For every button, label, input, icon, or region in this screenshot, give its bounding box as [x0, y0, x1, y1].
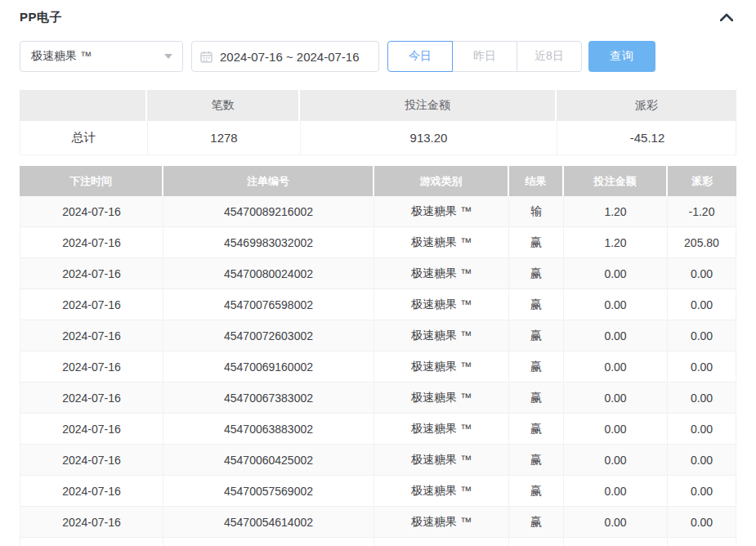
- game-type-cell: 极速糖果 ™: [374, 289, 509, 320]
- quick-range-group: 今日 昨日 近8日: [387, 41, 582, 72]
- bet-amount-cell: 0.00: [564, 320, 668, 351]
- bet-amount-cell: 0.00: [564, 414, 668, 444]
- result-cell: 赢: [509, 414, 564, 444]
- empty-cell: [374, 538, 509, 546]
- payout-cell: 205.80: [668, 227, 736, 257]
- bet-amount-cell: 1.20: [564, 227, 668, 257]
- summary-header-count: 笔数: [147, 90, 300, 121]
- game-type-cell: 极速糖果 ™: [374, 258, 509, 289]
- summary-bet-count: 1278: [148, 121, 301, 154]
- result-cell: 赢: [509, 258, 564, 289]
- bet-time-cell: 2024-07-16: [20, 476, 163, 506]
- collapse-button[interactable]: [718, 9, 735, 25]
- summary-header-payout: 派彩: [557, 90, 736, 121]
- table-row: 2024-07-1645470057569002极速糖果 ™赢0.000.00: [20, 476, 736, 507]
- table-row: 2024-07-1645470089216002极速糖果 ™输1.20-1.20: [20, 196, 736, 227]
- order-number-cell: 45470069160002: [163, 351, 374, 382]
- panel-title: PP电子: [20, 10, 62, 25]
- game-select[interactable]: 极速糖果 ™: [20, 41, 183, 72]
- empty-cell: [163, 538, 374, 546]
- payout-cell: 0.00: [668, 383, 736, 413]
- game-type-cell: 极速糖果 ™: [374, 445, 509, 475]
- order-number-cell: 45469983032002: [163, 227, 374, 257]
- bet-amount-cell: 0.00: [564, 351, 668, 382]
- game-type-cell: 极速糖果 ™: [374, 351, 509, 382]
- bet-amount-cell: 0.00: [564, 258, 668, 289]
- payout-cell: 0.00: [668, 351, 736, 382]
- bet-time-cell: 2024-07-16: [20, 383, 163, 413]
- panel-header: PP电子: [20, 8, 736, 26]
- summary-header-amount: 投注金额: [300, 90, 557, 121]
- result-cell: 赢: [509, 507, 564, 537]
- bet-time-cell: 2024-07-16: [20, 414, 163, 444]
- order-number-cell: 45470072603002: [163, 320, 374, 351]
- payout-cell: 0.00: [668, 414, 736, 444]
- bet-amount-cell: 0.00: [564, 476, 668, 506]
- summary-header-row: 笔数 投注金额 派彩: [20, 90, 736, 121]
- game-type-cell: 极速糖果 ™: [374, 414, 509, 444]
- bet-time-cell: 2024-07-16: [20, 196, 163, 226]
- summary-table: 笔数 投注金额 派彩 总计 1278 913.20 -45.12: [20, 90, 736, 155]
- result-cell: 赢: [509, 227, 564, 257]
- summary-total-label: 总计: [20, 121, 148, 154]
- summary-payout: -45.12: [557, 121, 737, 154]
- order-number-cell: 45470057569002: [163, 476, 374, 506]
- table-row: 2024-07-1645470060425002极速糖果 ™赢0.000.00: [20, 445, 736, 476]
- payout-cell: 0.00: [668, 445, 736, 475]
- date-range-picker[interactable]: 2024-07-16 ~ 2024-07-16: [191, 41, 379, 72]
- query-button[interactable]: 查询: [588, 41, 655, 72]
- empty-cell: [20, 538, 163, 546]
- records-header-amount: 投注金额: [564, 166, 668, 196]
- order-number-cell: 45470054614002: [163, 507, 374, 537]
- table-row-partial: [20, 538, 736, 546]
- payout-cell: 0.00: [668, 507, 736, 537]
- calendar-icon: [200, 51, 212, 63]
- result-cell: 赢: [509, 289, 564, 320]
- records-header-order: 注单编号: [163, 166, 374, 196]
- filter-bar: 极速糖果 ™ 2024-07-16 ~ 2024-07-16 今日 昨日 近8日…: [20, 41, 736, 72]
- empty-cell: [509, 538, 564, 546]
- chevron-down-icon: [164, 54, 172, 59]
- range-button-last8days[interactable]: 近8日: [517, 41, 582, 72]
- bet-time-cell: 2024-07-16: [20, 258, 163, 289]
- bet-amount-cell: 1.20: [564, 196, 668, 226]
- bet-time-cell: 2024-07-16: [20, 445, 163, 475]
- chevron-up-icon: [720, 13, 733, 21]
- game-type-cell: 极速糖果 ™: [374, 476, 509, 506]
- result-cell: 赢: [509, 445, 564, 475]
- game-type-cell: 极速糖果 ™: [374, 227, 509, 257]
- table-row: 2024-07-1645470076598002极速糖果 ™赢0.000.00: [20, 289, 736, 320]
- order-number-cell: 45470076598002: [163, 289, 374, 320]
- payout-cell: 0.00: [668, 258, 736, 289]
- order-number-cell: 45470080024002: [163, 258, 374, 289]
- table-row: 2024-07-1645470063883002极速糖果 ™赢0.000.00: [20, 414, 736, 445]
- range-button-yesterday[interactable]: 昨日: [452, 41, 517, 72]
- date-range-value: 2024-07-16 ~ 2024-07-16: [220, 50, 360, 64]
- table-row: 2024-07-1645470054614002极速糖果 ™赢0.000.00: [20, 507, 736, 538]
- table-row: 2024-07-1645470069160002极速糖果 ™赢0.000.00: [20, 351, 736, 383]
- payout-cell: 0.00: [668, 289, 736, 320]
- bet-time-cell: 2024-07-16: [20, 320, 163, 351]
- bet-time-cell: 2024-07-16: [20, 289, 163, 320]
- bet-amount-cell: 0.00: [564, 383, 668, 413]
- order-number-cell: 45470060425002: [163, 445, 374, 475]
- game-type-cell: 极速糖果 ™: [374, 507, 509, 537]
- records-body: 2024-07-1645470089216002极速糖果 ™输1.20-1.20…: [20, 196, 736, 546]
- game-select-value: 极速糖果 ™: [31, 49, 92, 64]
- table-row: 2024-07-1645470072603002极速糖果 ™赢0.000.00: [20, 320, 736, 351]
- pp-game-panel: PP电子 极速糖果 ™ 2024-07-16 ~ 20: [0, 0, 756, 546]
- summary-total-row: 总计 1278 913.20 -45.12: [20, 121, 736, 155]
- records-header-payout: 派彩: [668, 166, 736, 196]
- records-header-row: 下注时间 注单编号 游戏类别 结果 投注金额 派彩: [20, 166, 736, 196]
- order-number-cell: 45470067383002: [163, 383, 374, 413]
- records-header-result: 结果: [509, 166, 564, 196]
- order-number-cell: 45470089216002: [163, 196, 374, 226]
- bet-time-cell: 2024-07-16: [20, 507, 163, 537]
- result-cell: 赢: [509, 383, 564, 413]
- empty-cell: [564, 538, 668, 546]
- game-type-cell: 极速糖果 ™: [374, 320, 509, 351]
- range-button-today[interactable]: 今日: [387, 41, 453, 72]
- payout-cell: -1.20: [668, 196, 736, 226]
- table-row: 2024-07-1645470080024002极速糖果 ™赢0.000.00: [20, 258, 736, 289]
- bet-time-cell: 2024-07-16: [20, 351, 163, 382]
